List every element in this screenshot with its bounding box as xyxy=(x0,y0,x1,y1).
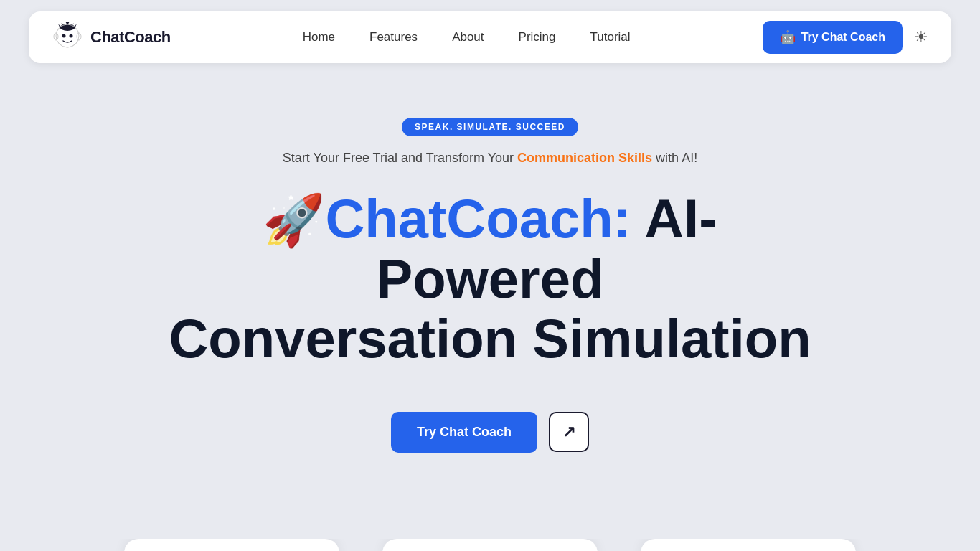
nav-try-label: Try Chat Coach xyxy=(801,31,885,44)
nav-item-pricing[interactable]: Pricing xyxy=(519,30,556,44)
feature-card-3 xyxy=(641,539,856,551)
nav-cta: 🤖 Try Chat Coach ☀ xyxy=(763,21,928,54)
logo-text: ChatCoach xyxy=(90,28,171,47)
feature-card-2 xyxy=(382,539,598,551)
nav-logo[interactable]: ChatCoach xyxy=(52,22,171,53)
nav-item-about[interactable]: About xyxy=(452,30,484,44)
hero-section: SPEAK. SIMULATE. SUCCEED Start Your Free… xyxy=(0,75,980,539)
hero-badge: SPEAK. SIMULATE. SUCCEED xyxy=(402,118,578,136)
nav-try-button[interactable]: 🤖 Try Chat Coach xyxy=(763,21,903,54)
navbar: ChatCoach Home Features About Pricing Tu… xyxy=(29,11,951,63)
cta-group: Try Chat Coach ↗ xyxy=(391,412,589,453)
features-row xyxy=(0,539,980,551)
svg-point-8 xyxy=(70,34,73,38)
hero-try-button[interactable]: Try Chat Coach xyxy=(391,412,537,453)
subtitle-highlight: Communication Skills xyxy=(517,151,652,165)
logo-icon xyxy=(52,22,83,53)
nav-links: Home Features About Pricing Tutorial xyxy=(303,30,631,44)
theme-toggle-button[interactable]: ☀ xyxy=(914,28,928,47)
subtitle-suffix: with AI! xyxy=(656,151,697,165)
subtitle-prefix: Start Your Free Trial and Transform Your xyxy=(283,151,514,165)
hero-title: 🚀ChatCoach: AI-PoweredConversation Simul… xyxy=(167,189,813,369)
svg-point-7 xyxy=(62,34,66,38)
nav-item-features[interactable]: Features xyxy=(369,30,418,44)
nav-try-icon: 🤖 xyxy=(780,29,796,45)
rocket-emoji: 🚀 xyxy=(263,192,325,248)
hero-brand-name: ChatCoach: xyxy=(325,188,631,249)
external-link-icon: ↗ xyxy=(562,423,575,441)
nav-item-home[interactable]: Home xyxy=(303,30,335,44)
feature-card-1 xyxy=(124,539,339,551)
hero-external-link-button[interactable]: ↗ xyxy=(549,412,589,452)
nav-item-tutorial[interactable]: Tutorial xyxy=(590,30,631,44)
hero-subtitle: Start Your Free Trial and Transform Your… xyxy=(283,151,697,166)
